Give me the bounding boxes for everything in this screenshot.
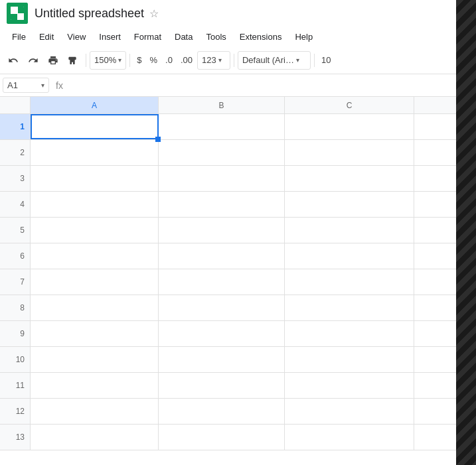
cell-b4[interactable]	[159, 192, 285, 217]
cell-a7[interactable]	[31, 269, 159, 295]
zoom-chevron: ▾	[118, 56, 121, 64]
row-num-12[interactable]: 12	[0, 399, 31, 424]
cell-b5[interactable]	[159, 218, 285, 243]
table-row: 5	[0, 218, 476, 243]
cell-c6[interactable]	[285, 243, 414, 269]
cell-a1[interactable]	[31, 114, 159, 139]
cell-b9[interactable]	[159, 321, 285, 346]
table-row: 2	[0, 140, 476, 166]
cell-a10[interactable]	[31, 347, 159, 372]
table-row: 11	[0, 373, 476, 399]
cell-c2[interactable]	[285, 140, 414, 165]
cell-b3[interactable]	[159, 166, 285, 191]
currency-button[interactable]: $	[133, 51, 145, 70]
table-row: 1	[0, 114, 476, 140]
table-row: 4	[0, 192, 476, 218]
fx-label: fx	[52, 80, 67, 91]
redo-button[interactable]	[24, 51, 42, 70]
cell-a4[interactable]	[31, 192, 159, 217]
font-label: Default (Ari…	[242, 55, 294, 65]
right-edge	[456, 0, 476, 465]
row-num-6[interactable]: 6	[0, 243, 31, 269]
cell-a8[interactable]	[31, 295, 159, 320]
row-num-2[interactable]: 2	[0, 140, 31, 165]
menu-extensions[interactable]: Extensions	[234, 30, 287, 44]
cell-c4[interactable]	[285, 192, 414, 217]
decimal-increase-button[interactable]: .00	[177, 51, 196, 70]
paint-format-button[interactable]	[64, 51, 82, 70]
cell-b10[interactable]	[159, 347, 285, 372]
cell-c13[interactable]	[285, 425, 414, 450]
row-num-7[interactable]: 7	[0, 269, 31, 295]
cell-reference-box[interactable]: A1 ▾	[3, 78, 49, 93]
col-header-a[interactable]: A	[31, 97, 159, 113]
fill-handle[interactable]	[155, 137, 161, 142]
cell-c1[interactable]	[285, 114, 414, 139]
app-logo	[7, 3, 28, 24]
cell-c3[interactable]	[285, 166, 414, 191]
col-b-label: B	[218, 101, 224, 110]
cell-b8[interactable]	[159, 295, 285, 320]
row-num-11[interactable]: 11	[0, 373, 31, 398]
cell-b13[interactable]	[159, 425, 285, 450]
separator-4	[314, 54, 315, 67]
cell-b1[interactable]	[159, 114, 285, 139]
cell-b2[interactable]	[159, 140, 285, 165]
cell-a11[interactable]	[31, 373, 159, 398]
cell-b11[interactable]	[159, 373, 285, 398]
col-header-c[interactable]: C	[285, 97, 414, 113]
menu-bar: File Edit View Insert Format Data Tools …	[0, 27, 476, 46]
star-icon[interactable]: ☆	[149, 7, 159, 20]
menu-tools[interactable]: Tools	[200, 30, 231, 44]
col-header-b[interactable]: B	[159, 97, 285, 113]
separator-1	[86, 54, 86, 67]
undo-button[interactable]	[4, 51, 23, 70]
decimal-decrease-button[interactable]: .0	[162, 51, 176, 70]
menu-data[interactable]: Data	[169, 30, 198, 44]
column-headers: A B C	[0, 97, 476, 114]
cell-a2[interactable]	[31, 140, 159, 165]
table-row: 6	[0, 243, 476, 269]
cell-a6[interactable]	[31, 243, 159, 269]
menu-file[interactable]: File	[7, 30, 31, 44]
font-size-button[interactable]: 10	[318, 51, 334, 70]
cell-c11[interactable]	[285, 373, 414, 398]
number-format-dropdown[interactable]: 123 ▾	[197, 51, 230, 70]
cell-c8[interactable]	[285, 295, 414, 320]
cell-c9[interactable]	[285, 321, 414, 346]
cell-a3[interactable]	[31, 166, 159, 191]
zoom-selector[interactable]: 150% ▾	[90, 51, 126, 70]
row-num-1[interactable]: 1	[0, 114, 31, 139]
print-button[interactable]	[44, 51, 62, 70]
document-title[interactable]: Untitled spreadsheet	[35, 7, 144, 21]
cell-c12[interactable]	[285, 399, 414, 424]
row-num-4[interactable]: 4	[0, 192, 31, 217]
menu-view[interactable]: View	[62, 30, 91, 44]
cell-b6[interactable]	[159, 243, 285, 269]
row-num-10[interactable]: 10	[0, 347, 31, 372]
cell-c7[interactable]	[285, 269, 414, 295]
font-dropdown[interactable]: Default (Ari… ▾	[238, 51, 311, 70]
cell-a12[interactable]	[31, 399, 159, 424]
row-num-9[interactable]: 9	[0, 321, 31, 346]
cell-c5[interactable]	[285, 218, 414, 243]
zoom-value: 150%	[94, 55, 116, 65]
menu-insert[interactable]: Insert	[94, 30, 126, 44]
row-num-3[interactable]: 3	[0, 166, 31, 191]
cell-c10[interactable]	[285, 347, 414, 372]
menu-edit[interactable]: Edit	[34, 30, 59, 44]
row-num-5[interactable]: 5	[0, 218, 31, 243]
cell-a5[interactable]	[31, 218, 159, 243]
cell-b12[interactable]	[159, 399, 285, 424]
formula-input[interactable]	[70, 80, 473, 90]
percent-button[interactable]: %	[146, 51, 161, 70]
menu-format[interactable]: Format	[129, 30, 167, 44]
cell-b7[interactable]	[159, 269, 285, 295]
cell-a9[interactable]	[31, 321, 159, 346]
table-row: 10	[0, 347, 476, 373]
row-num-13[interactable]: 13	[0, 425, 31, 450]
separator-3	[234, 54, 234, 67]
row-num-8[interactable]: 8	[0, 295, 31, 320]
menu-help[interactable]: Help	[289, 30, 318, 44]
cell-a13[interactable]	[31, 425, 159, 450]
